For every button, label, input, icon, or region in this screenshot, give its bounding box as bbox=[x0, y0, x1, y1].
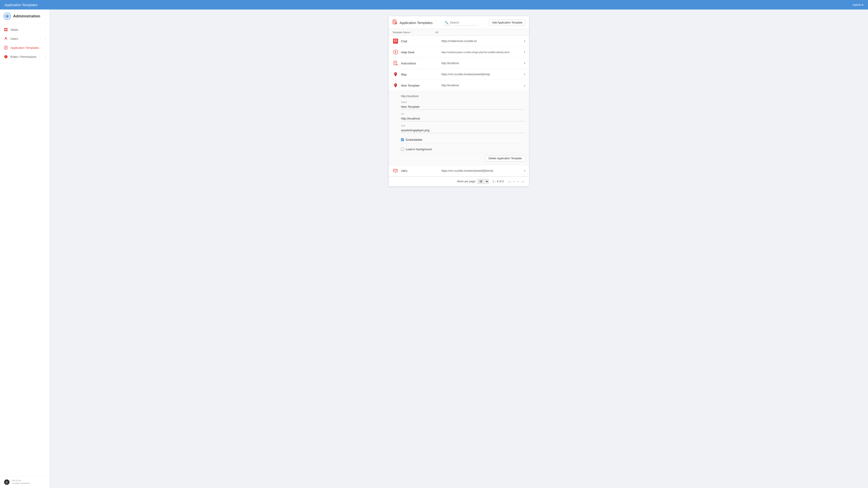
delete-application-template-button[interactable]: Delete Application Template bbox=[485, 155, 525, 162]
sidebar-brand: Administration bbox=[0, 9, 50, 23]
sidebar-item-application-templates[interactable]: Application Templates › bbox=[0, 43, 50, 52]
url-label: Url bbox=[401, 113, 525, 115]
users-icon bbox=[4, 36, 8, 41]
template-row-header-chat[interactable]: Chat https://mattermost.crucible.io/ ▾ bbox=[389, 36, 529, 46]
icon-field-container: Icon bbox=[401, 125, 525, 133]
template-url-instructions: http://localhost bbox=[441, 62, 522, 65]
sidebar-label-roles-permissions: Roles / Permissions bbox=[10, 55, 36, 59]
footer-text-line2: Crucible Framework bbox=[12, 482, 30, 485]
pagination-buttons: |◂ ◂ ▸ ▸| bbox=[507, 179, 525, 184]
template-row-help-desk: Help Desk https://osticket.player.crucib… bbox=[389, 47, 529, 58]
load-background-checkbox[interactable] bbox=[401, 148, 404, 151]
search-icon: 🔍 bbox=[445, 21, 448, 24]
expanded-url-display: http://localhost bbox=[401, 95, 525, 98]
card-title: Application Templates bbox=[400, 21, 433, 25]
admin-chevron-icon: ▾ bbox=[862, 3, 864, 6]
chevron-icon: › bbox=[45, 55, 46, 58]
svg-point-6 bbox=[5, 37, 6, 39]
template-url-vms: https://vm.crucible.io/views/{viewId}{th… bbox=[441, 169, 522, 172]
sidebar-item-views[interactable]: Views › bbox=[0, 25, 50, 34]
svg-text:C: C bbox=[395, 84, 396, 86]
template-row-new-template: C New Template http://localhost ▴ http:/… bbox=[389, 80, 529, 165]
card-header-icon bbox=[393, 20, 397, 26]
footer-text-line1: Part of the bbox=[12, 480, 30, 482]
template-row-map: C Map https://vm.crucible.io/views/{view… bbox=[389, 69, 529, 80]
template-name-help-desk: Help Desk bbox=[401, 51, 441, 54]
chevron-icon: › bbox=[45, 28, 46, 31]
items-per-page-select[interactable]: 5 10 25 100 bbox=[477, 179, 489, 184]
expand-icon-instructions: ▾ bbox=[524, 62, 525, 65]
icon-input[interactable] bbox=[401, 128, 525, 133]
main-layout: Administration Views › bbox=[0, 9, 868, 488]
embeddable-label: Embeddable bbox=[406, 138, 422, 141]
sidebar-item-roles-permissions[interactable]: ! Roles / Permissions › bbox=[0, 52, 50, 61]
delete-btn-row: Delete Application Template bbox=[401, 155, 525, 162]
name-field-container: Name bbox=[401, 101, 525, 109]
pagination-range: 1 – 6 of 6 bbox=[493, 180, 504, 183]
sidebar-item-users[interactable]: Users › bbox=[0, 34, 50, 43]
name-input[interactable] bbox=[401, 104, 525, 109]
col-header-url: Url bbox=[435, 31, 521, 34]
new-template-icon: C bbox=[393, 82, 399, 89]
sidebar-nav: Views › Users › bbox=[0, 23, 50, 476]
url-input[interactable] bbox=[401, 116, 525, 121]
last-page-button[interactable]: ▸| bbox=[521, 179, 525, 184]
brand-name: Administration bbox=[13, 14, 40, 19]
sidebar-label-views: Views bbox=[10, 28, 18, 31]
template-name-map: Map bbox=[401, 73, 441, 76]
expand-icon-chat: ▾ bbox=[524, 39, 525, 43]
admin-menu[interactable]: Admin ▾ bbox=[852, 3, 864, 6]
load-background-label: Load in background bbox=[406, 148, 432, 151]
top-bar-title: Application Templates bbox=[4, 3, 37, 7]
template-url-chat: https://mattermost.crucible.io/ bbox=[441, 39, 522, 43]
template-url-map: https://vm.crucible.io/views/{viewId}/ma… bbox=[441, 73, 522, 76]
items-per-page-container: Items per page: 5 10 25 100 bbox=[457, 179, 489, 184]
chat-icon bbox=[393, 38, 399, 44]
load-background-row: Load in background bbox=[401, 146, 525, 153]
admin-label: Admin bbox=[852, 3, 861, 6]
chevron-icon: › bbox=[45, 46, 46, 49]
template-name-new-template: New Template bbox=[401, 84, 441, 87]
help-desk-icon bbox=[393, 49, 399, 55]
add-application-template-button[interactable]: Add Application Template bbox=[489, 20, 525, 26]
roles-permissions-icon: ! bbox=[4, 55, 8, 59]
first-page-button[interactable]: |◂ bbox=[507, 179, 512, 184]
application-templates-icon bbox=[4, 45, 8, 50]
top-bar: Application Templates Admin ▾ bbox=[0, 0, 868, 9]
template-row-header-vms[interactable]: VM's https://vm.crucible.io/views/{viewI… bbox=[389, 165, 529, 176]
card-footer: Items per page: 5 10 25 100 1 – 6 of 6 |… bbox=[389, 176, 529, 186]
expand-icon-new-template: ▴ bbox=[524, 84, 525, 87]
card-header-left: Application Templates bbox=[393, 20, 433, 26]
icon-label: Icon bbox=[401, 125, 525, 127]
search-input[interactable] bbox=[450, 21, 477, 24]
template-row-header-new-template[interactable]: C New Template http://localhost ▴ bbox=[389, 80, 529, 91]
table-column-headers: Template Name ↑ Url bbox=[389, 29, 529, 36]
chevron-icon: › bbox=[45, 37, 46, 40]
prev-page-button[interactable]: ◂ bbox=[513, 179, 516, 184]
map-icon: C bbox=[393, 71, 399, 77]
svg-text:C: C bbox=[6, 481, 8, 484]
instructions-icon: PDF bbox=[393, 60, 399, 66]
expand-icon-help-desk: ▾ bbox=[524, 51, 525, 54]
template-row-header-instructions[interactable]: PDF Instructions http://localhost ▾ bbox=[389, 58, 529, 69]
svg-rect-36 bbox=[394, 170, 396, 171]
template-url-help-desk: https://osticket.player.crucible.io/logi… bbox=[441, 51, 522, 54]
sidebar-label-users: Users bbox=[10, 37, 18, 40]
expand-icon-vms: ▾ bbox=[524, 169, 525, 172]
sidebar-footer: C Part of the Crucible Framework bbox=[0, 476, 50, 488]
svg-marker-1 bbox=[6, 15, 8, 18]
template-row-header-map[interactable]: C Map https://vm.crucible.io/views/{view… bbox=[389, 69, 529, 80]
template-name-instructions: Instructions bbox=[401, 62, 441, 65]
embeddable-row: Embeddable bbox=[401, 136, 525, 143]
expand-icon-map: ▾ bbox=[524, 73, 525, 76]
views-icon bbox=[4, 27, 8, 32]
sidebar-label-application-templates: Application Templates bbox=[10, 46, 39, 50]
svg-rect-3 bbox=[6, 28, 7, 29]
svg-text:!: ! bbox=[5, 56, 6, 58]
template-row-header-help-desk[interactable]: Help Desk https://osticket.player.crucib… bbox=[389, 47, 529, 58]
embeddable-checkbox[interactable] bbox=[401, 138, 404, 141]
new-template-expanded: http://localhost Name Url Icon bbox=[389, 91, 529, 165]
next-page-button[interactable]: ▸ bbox=[517, 179, 520, 184]
url-field-container: Url bbox=[401, 113, 525, 121]
template-row-vms: VM's https://vm.crucible.io/views/{viewI… bbox=[389, 165, 529, 176]
